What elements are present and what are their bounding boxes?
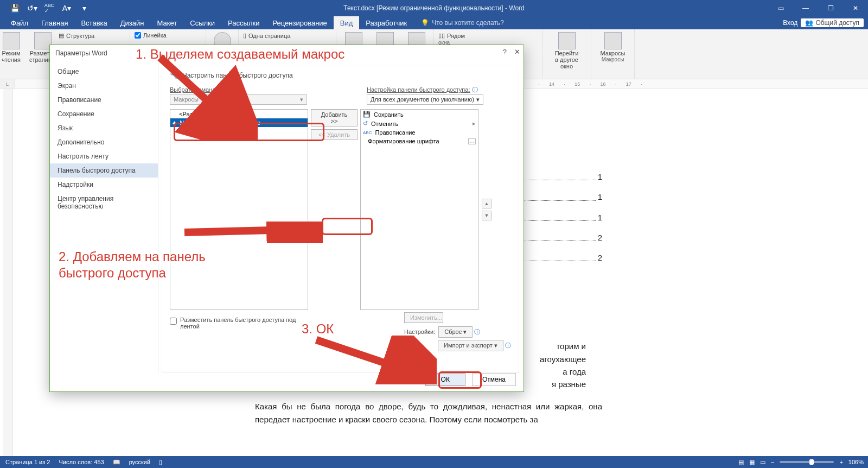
sidebar-item-trust-center[interactable]: Центр управления безопасностью	[50, 192, 158, 213]
view-web-layout-icon[interactable]: ▭	[760, 459, 765, 466]
sidebar-item-customize-ribbon[interactable]: Настроить ленту	[50, 149, 158, 163]
ruler-corner: L	[0, 79, 15, 88]
list-item: Форматирование шрифта…	[361, 137, 478, 146]
save-icon[interactable]: 💾	[8, 1, 22, 15]
list-item: 💾Сохранить	[361, 110, 478, 119]
reset-button[interactable]: Сброс ▾	[438, 326, 473, 338]
annotation-arrow-3	[312, 336, 437, 384]
tab-references[interactable]: Ссылки	[183, 16, 221, 29]
list-item: ABCПравописание	[361, 128, 478, 137]
reading-mode-button[interactable]: Режим чтения	[0, 30, 25, 63]
tab-developer[interactable]: Разработчик	[359, 16, 413, 29]
tab-layout[interactable]: Макет	[150, 16, 183, 29]
annotation-highlight-2	[322, 218, 373, 235]
ribbon-tabs: Файл Главная Вставка Дизайн Макет Ссылки…	[0, 16, 868, 29]
status-macro-icon[interactable]: ▯	[159, 459, 162, 466]
macros-group-label: Макросы	[602, 56, 624, 64]
customize-qat-select[interactable]: Для всех документов (по умолчанию)▾	[367, 94, 483, 105]
share-icon: 👥	[805, 19, 813, 27]
dialog-title: Параметры Word	[55, 49, 107, 57]
status-language[interactable]: русский	[129, 459, 150, 465]
sidebar-item-quick-access-toolbar[interactable]: Панель быстрого доступа	[50, 163, 158, 178]
sidebar-item-save[interactable]: Сохранение	[50, 107, 158, 121]
ruler-checkbox[interactable]: Линейка	[135, 31, 167, 39]
show-below-ribbon-checkbox[interactable]: Разместить панель быстрого доступа под л…	[170, 317, 300, 330]
minimize-button[interactable]: —	[793, 0, 818, 16]
share-button[interactable]: 👥 Общий доступ	[801, 18, 864, 27]
undo-icon[interactable]: ↺▾	[25, 1, 39, 15]
lightbulb-icon: 💡	[421, 19, 429, 27]
window-title: Текст.docx [Режим ограниченной функциона…	[343, 4, 525, 12]
zoom-in-button[interactable]: +	[839, 459, 843, 465]
switch-windows-button[interactable]: Перейти в другое окно	[553, 30, 580, 69]
title-bar: 💾 ↺▾ ABC✓ A▾ ▾ Текст.docx [Режим огранич…	[0, 0, 868, 16]
tab-design[interactable]: Дизайн	[114, 16, 151, 29]
sidebar-item-proofing[interactable]: Правописание	[50, 93, 158, 107]
tab-home[interactable]: Главная	[35, 16, 74, 29]
annotation-arrow-2	[182, 222, 323, 243]
maximize-button[interactable]: ❐	[818, 0, 843, 16]
spell-small-icon: ABC	[363, 130, 372, 135]
customizations-label: Настройки:	[404, 328, 435, 335]
info-icon[interactable]: ⓘ	[474, 328, 480, 335]
signin-link[interactable]: Вход	[783, 19, 797, 27]
sidebar-item-display[interactable]: Экран	[50, 79, 158, 93]
undo-small-icon: ↺	[363, 120, 368, 127]
annotation-highlight-3	[438, 371, 482, 389]
svg-line-2	[316, 340, 426, 377]
side-by-side-button[interactable]: ▯▯Рядом	[438, 31, 465, 40]
move-down-button[interactable]: ▼	[482, 211, 492, 220]
switch-windows-icon	[558, 32, 576, 49]
tell-me-placeholder: Что вы хотите сделать?	[432, 19, 504, 27]
annotation-3: 3. ОК	[302, 321, 334, 337]
sidebar-item-general[interactable]: Общие	[50, 65, 158, 79]
qat-customize-icon[interactable]: ▾	[77, 1, 91, 15]
tab-view[interactable]: Вид	[334, 16, 360, 29]
import-export-button[interactable]: Импорт и экспорт ▾	[438, 340, 503, 351]
status-bar: Страница 1 из 2 Число слов: 453 📖 русски…	[0, 456, 868, 468]
tab-insert[interactable]: Вставка	[74, 16, 113, 29]
word-options-dialog: Параметры Word ? ✕ Общие Экран Правописа…	[49, 45, 524, 392]
info-icon[interactable]: ⓘ	[472, 86, 478, 93]
customize-qat-label: Настройка панели быстрого доступа: ⓘ	[367, 86, 483, 94]
window-controls: ▭ — ❐ ✕	[768, 0, 868, 16]
macros-button[interactable]: Макросы	[599, 30, 627, 56]
annotation-2: 2. Добавляем на панель быстрого доступа	[59, 249, 254, 281]
qat-commands-list[interactable]: 💾Сохранить ↺Отменить▸ ABCПравописание Фо…	[360, 109, 478, 310]
annotation-arrow-1	[155, 53, 258, 140]
zoom-level[interactable]: 106%	[848, 459, 864, 465]
view-print-layout-icon[interactable]: ▦	[749, 459, 755, 466]
zoom-out-button[interactable]: −	[771, 459, 774, 465]
one-page-button[interactable]: ▯Одна страница	[243, 31, 290, 40]
sidebar-item-language[interactable]: Язык	[50, 121, 158, 135]
side-by-side-icon: ▯▯	[438, 32, 445, 39]
save-small-icon: 💾	[363, 111, 371, 118]
zoom-slider[interactable]	[780, 461, 834, 463]
info-icon[interactable]: ⓘ	[505, 342, 511, 349]
dialog-close-button[interactable]: ✕	[514, 48, 520, 56]
sidebar-item-advanced[interactable]: Дополнительно	[50, 135, 158, 149]
view-read-mode-icon[interactable]: ▤	[738, 459, 744, 466]
sidebar-item-addins[interactable]: Надстройки	[50, 178, 158, 192]
macros-icon	[604, 32, 622, 49]
modify-button[interactable]: Изменить...	[404, 312, 443, 323]
dialog-sidebar: Общие Экран Правописание Сохранение Язык…	[50, 61, 158, 373]
quick-access-toolbar: 💾 ↺▾ ABC✓ A▾ ▾	[0, 1, 91, 15]
status-words[interactable]: Число слов: 453	[59, 459, 104, 465]
one-page-icon: ▯	[243, 32, 246, 39]
move-up-button[interactable]: ▲	[482, 199, 492, 208]
dialog-help-button[interactable]: ?	[503, 48, 507, 56]
share-label: Общий доступ	[815, 19, 859, 27]
tab-mailings[interactable]: Рассылки	[221, 16, 266, 29]
tab-file[interactable]: Файл	[4, 16, 35, 29]
ribbon-display-options-icon[interactable]: ▭	[768, 0, 793, 16]
font-format-icon[interactable]: A▾	[60, 1, 74, 15]
tell-me-search[interactable]: 💡 Что вы хотите сделать?	[413, 16, 504, 29]
list-item: ↺Отменить▸	[361, 119, 478, 128]
status-page[interactable]: Страница 1 из 2	[5, 459, 50, 465]
outline-button[interactable]: ▤Структура	[59, 31, 94, 40]
spellcheck-icon[interactable]: ABC✓	[42, 1, 56, 15]
close-button[interactable]: ✕	[843, 0, 868, 16]
tab-review[interactable]: Рецензирование	[266, 16, 333, 29]
status-proofing-icon[interactable]: 📖	[113, 459, 120, 466]
